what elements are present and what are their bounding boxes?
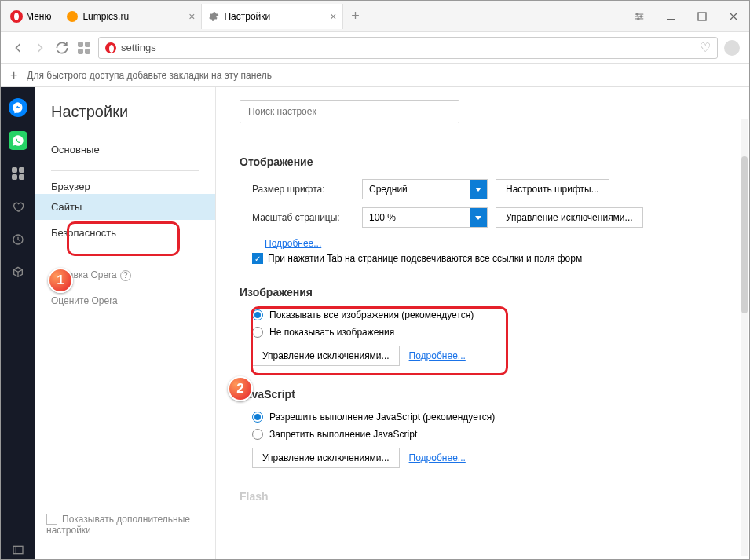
page-title: Настройки [35, 103, 215, 137]
new-tab-button[interactable]: + [343, 8, 367, 24]
js-more-link[interactable]: Подробнее... [409, 452, 466, 463]
tab-highlight-label: При нажатии Tab на странице подсвечивают… [268, 253, 582, 264]
svg-point-5 [638, 17, 639, 19]
page-zoom-label: Масштаб страницы: [252, 212, 354, 223]
svg-rect-7 [698, 13, 706, 20]
svg-rect-6 [667, 19, 675, 20]
chevron-down-icon [470, 208, 487, 227]
close-icon[interactable]: × [330, 10, 336, 23]
section-images: Изображения Показывать все изображения (… [240, 286, 726, 366]
close-icon[interactable]: × [188, 10, 195, 23]
nav-item-browser[interactable]: Браузер [35, 179, 215, 194]
section-display: Отображение Размер шрифта: Средний Настр… [240, 156, 726, 264]
url-input[interactable] [121, 38, 695, 58]
chevron-down-icon [470, 180, 487, 199]
settings-nav: Настройки Основные Браузер Сайты Безопас… [35, 87, 216, 559]
section-javascript: JavaScript Разрешить выполнение JavaScri… [240, 388, 726, 468]
svg-point-4 [640, 15, 642, 16]
minimize-button[interactable] [655, 1, 686, 32]
radio-label: Не показывать изображения [269, 327, 394, 338]
sidebar-dark [1, 87, 35, 559]
bookmarks-bar: + Для быстрого доступа добавьте закладки… [1, 64, 749, 87]
messenger-icon[interactable] [9, 98, 27, 117]
close-button[interactable] [718, 1, 749, 32]
section-heading: Изображения [240, 286, 726, 298]
tab-title: Lumpics.ru [82, 11, 184, 22]
font-size-select[interactable]: Средний [362, 179, 488, 199]
scrollbar-thumb[interactable] [741, 156, 748, 313]
whatsapp-icon[interactable] [9, 131, 27, 150]
gear-icon [208, 11, 219, 22]
main-area: Настройки Основные Браузер Сайты Безопас… [1, 87, 749, 559]
tab-settings[interactable]: Настройки × [202, 4, 343, 29]
bookmark-heart-icon[interactable]: ♡ [700, 40, 711, 55]
forward-button[interactable] [32, 40, 48, 56]
reload-button[interactable] [54, 40, 70, 56]
section-heading: Отображение [240, 156, 726, 168]
address-bar: ♡ [1, 32, 749, 64]
annotation-badge-1: 1 [48, 268, 73, 293]
annotation-badge-2: 2 [228, 376, 253, 401]
speed-dial-icon[interactable] [76, 40, 92, 56]
opera-logo-icon [10, 10, 23, 23]
back-button[interactable] [10, 40, 26, 56]
speed-dial-sidebar-icon[interactable] [9, 164, 27, 183]
tab-title: Настройки [224, 11, 325, 22]
search-settings-input[interactable] [240, 100, 459, 123]
images-exceptions-button[interactable]: Управление исключениями... [252, 346, 400, 366]
radio-js-allow[interactable] [252, 412, 263, 423]
profile-icon[interactable] [724, 40, 740, 56]
nav-item-sites[interactable]: Сайты [35, 194, 215, 220]
menu-label: Меню [26, 11, 51, 22]
opera-logo-icon [105, 42, 116, 53]
zoom-exceptions-button[interactable]: Управление исключениями... [496, 207, 643, 228]
js-exceptions-button[interactable]: Управление исключениями... [252, 448, 400, 468]
nav-item-basic[interactable]: Основные [35, 137, 215, 163]
help-icon: ? [120, 270, 131, 281]
section-heading: Flash [240, 490, 726, 503]
nav-item-security[interactable]: Безопасность [35, 220, 215, 246]
add-bookmark-button[interactable]: + [10, 68, 17, 82]
images-more-link[interactable]: Подробнее... [409, 350, 466, 361]
customize-fonts-button[interactable]: Настроить шрифты... [496, 179, 609, 199]
show-advanced-checkbox[interactable]: Показывать дополнительные настройки [35, 506, 215, 544]
menu-button[interactable]: Меню [1, 1, 60, 31]
page-zoom-select[interactable]: 100 % [362, 207, 488, 228]
bookmarks-hint: Для быстрого доступа добавьте закладки н… [27, 70, 272, 81]
easy-setup-icon[interactable] [624, 1, 655, 32]
radio-label: Показывать все изображения (рекомендуетс… [269, 309, 474, 320]
section-heading: JavaScript [240, 388, 726, 401]
radio-hide-images[interactable] [252, 327, 263, 338]
extensions-cube-icon[interactable] [9, 263, 27, 282]
title-bar: Меню Lumpics.ru × Настройки × + [1, 1, 749, 32]
display-more-link[interactable]: Подробнее... [265, 238, 321, 249]
svg-point-3 [637, 13, 638, 14]
lumpics-favicon-icon [67, 11, 78, 22]
font-size-label: Размер шрифта: [252, 184, 354, 195]
history-clock-icon[interactable] [9, 230, 27, 249]
radio-label: Запретить выполнение JavaScript [269, 429, 417, 440]
radio-label: Разрешить выполнение JavaScript (рекомен… [269, 412, 495, 423]
sidebar-collapse-icon[interactable] [9, 540, 27, 559]
section-flash: Flash [240, 490, 726, 503]
radio-js-deny[interactable] [252, 429, 263, 440]
url-field[interactable]: ♡ [98, 37, 718, 59]
checkbox-icon [46, 514, 57, 525]
tab-lumpics[interactable]: Lumpics.ru × [60, 4, 202, 29]
checkbox-checked-icon[interactable] [252, 253, 263, 264]
settings-content: Отображение Размер шрифта: Средний Настр… [216, 87, 749, 559]
svg-rect-11 [13, 546, 23, 553]
bookmarks-heart-icon[interactable] [9, 197, 27, 216]
radio-show-images[interactable] [252, 309, 263, 320]
maximize-button[interactable] [686, 1, 718, 32]
